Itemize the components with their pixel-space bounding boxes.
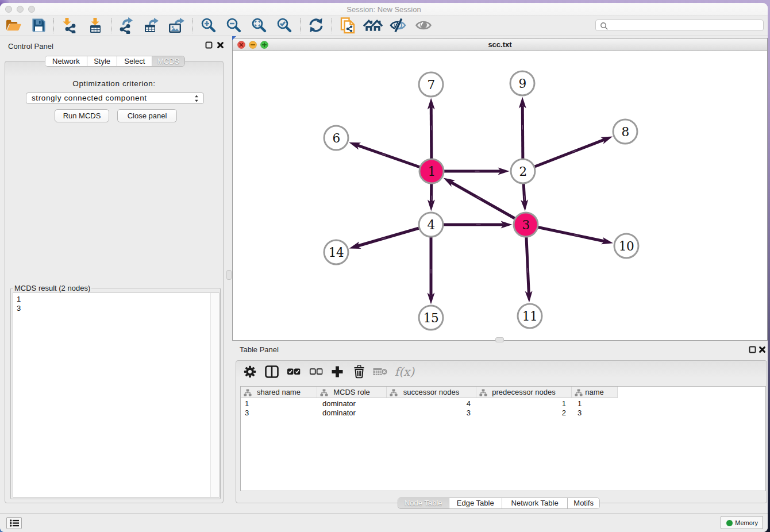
memory-label: Memory (735, 519, 758, 526)
delete-table-button[interactable] (372, 363, 389, 380)
columns-icon (265, 365, 279, 378)
toolbar-separator (332, 18, 332, 33)
column-header-shared-name[interactable]: shared name (241, 387, 317, 398)
tab-motifs[interactable]: Motifs (568, 498, 599, 508)
apply-layout-button[interactable] (306, 17, 326, 34)
toolbar-separator (111, 18, 111, 33)
table-cell[interactable]: 3 (241, 408, 317, 418)
select-all-button[interactable] (285, 363, 302, 380)
table-close-button[interactable] (758, 346, 766, 354)
export-table-button[interactable] (141, 17, 161, 34)
table-cell[interactable]: dominator (317, 399, 387, 408)
search-field[interactable] (595, 20, 764, 31)
table-cell[interactable]: 3 (387, 408, 476, 418)
import-network-button[interactable] (59, 17, 79, 34)
delete-row-button[interactable] (351, 363, 368, 380)
result-line: 1 (13, 293, 219, 304)
add-row-button[interactable] (329, 363, 346, 380)
tab-network-table[interactable]: Network Table (502, 498, 568, 508)
table-cell[interactable]: 4 (387, 399, 476, 408)
mcds-result-textarea[interactable]: 13 (13, 292, 220, 498)
tree-icon (479, 389, 487, 396)
table-cell[interactable]: 1 (241, 399, 317, 408)
tree-icon (320, 389, 328, 396)
function-builder-button[interactable]: f(x) (394, 363, 415, 380)
column-header-successor-nodes[interactable]: successor nodes (387, 387, 476, 398)
table-cell[interactable]: 1 (476, 399, 572, 408)
column-header-predecessor-nodes[interactable]: predecessor nodes (476, 387, 572, 398)
vertical-splitter-handle[interactable] (226, 270, 232, 280)
eye-slash-icon (390, 18, 407, 33)
horizontal-splitter-handle[interactable] (495, 337, 504, 342)
table-cell[interactable]: 1 (572, 399, 618, 408)
edge-3-1[interactable] (451, 182, 526, 225)
hide-selected-button[interactable] (388, 17, 408, 34)
float-panel-button[interactable] (205, 41, 213, 49)
toolbar-separator (192, 18, 193, 33)
zoom-selected-button[interactable] (275, 17, 294, 34)
plus-icon (332, 366, 344, 378)
table-row[interactable]: 3dominator323 (241, 408, 765, 418)
float-icon (749, 346, 756, 353)
zoom-fit-icon (251, 17, 267, 33)
tree-icon (244, 389, 252, 396)
table-options-button[interactable] (241, 363, 259, 380)
toolbar-separator (300, 18, 301, 33)
import-table-icon (87, 17, 104, 33)
export-image-button[interactable] (167, 17, 186, 34)
run-mcds-button[interactable]: Run MCDS (55, 109, 109, 122)
close-panel-button[interactable] (216, 41, 224, 49)
show-columns-button[interactable] (263, 363, 280, 380)
table-float-button[interactable] (748, 346, 756, 354)
column-header-MCDS-role[interactable]: MCDS role (317, 387, 387, 398)
search-icon (600, 22, 609, 30)
tab-mcds[interactable]: MCDS (152, 56, 184, 66)
tab-edge-table[interactable]: Edge Table (449, 498, 502, 508)
first-neighbors-button[interactable] (363, 17, 383, 34)
mcds-result-legend: MCDS result (2 nodes) (13, 284, 91, 292)
zoom-selected-icon (276, 17, 292, 33)
close-panel-pushbutton[interactable]: Close panel (117, 109, 177, 122)
titlebar: Session: New Session (0, 3, 768, 16)
zoom-in-icon (201, 17, 217, 33)
clone-network-button[interactable] (338, 17, 357, 34)
export-network-button[interactable] (116, 17, 136, 34)
deselect-all-button[interactable] (307, 363, 325, 380)
optimization-criterion-label: Optimization criterion: (5, 79, 223, 88)
table-cell[interactable]: dominator (317, 408, 387, 418)
network-canvas[interactable]: 1234678910111415 (233, 51, 767, 340)
houses-icon (363, 18, 383, 33)
tab-style[interactable]: Style (87, 56, 118, 66)
network-frame-titlebar: scc.txt (233, 38, 767, 51)
result-scrollbar[interactable] (210, 293, 219, 497)
house-right (372, 21, 382, 31)
zoom-in-button[interactable] (199, 17, 218, 34)
frame-corner-artifact (232, 36, 236, 40)
table-cell[interactable]: 3 (572, 408, 618, 418)
tab-select[interactable]: Select (117, 56, 152, 66)
memory-button[interactable]: Memory (721, 516, 763, 529)
table-row[interactable]: 1dominator411 (241, 399, 765, 408)
show-all-button[interactable] (414, 17, 433, 34)
search-input[interactable] (610, 21, 759, 30)
tab-network[interactable]: Network (45, 56, 87, 66)
import-table-button[interactable] (86, 17, 105, 34)
edge-2-8[interactable] (523, 140, 605, 171)
optimization-criterion-select[interactable]: strongly connected component (26, 92, 204, 104)
save-session-button[interactable] (29, 17, 48, 34)
trash-icon (353, 365, 365, 379)
save-icon (30, 17, 47, 33)
zoom-out-button[interactable] (224, 17, 244, 34)
column-header-name[interactable]: name (572, 387, 618, 398)
task-list-icon (10, 519, 19, 527)
export-network-icon (117, 17, 134, 34)
task-history-button[interactable] (6, 517, 22, 529)
table-panel: Table Panel (232, 343, 768, 516)
column-header-label: shared name (257, 388, 301, 396)
zoom-fit-button[interactable] (249, 17, 269, 34)
open-session-button[interactable] (4, 17, 24, 34)
fx-icon: f(x) (395, 365, 414, 379)
mcds-result-lines: 13 (13, 293, 219, 313)
tab-node-table[interactable]: Node Table (398, 498, 449, 508)
table-cell[interactable]: 2 (476, 408, 572, 418)
